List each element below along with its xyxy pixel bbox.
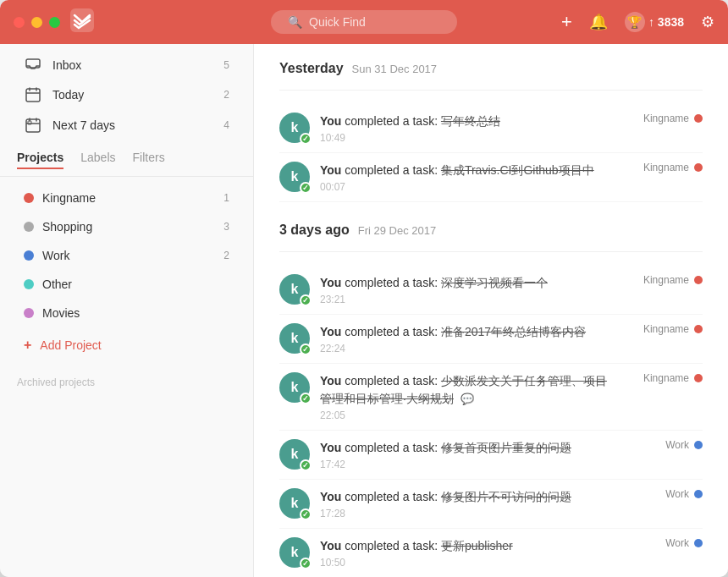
avatar: k ✓ — [279, 537, 310, 568]
activity-task: 修复首页图片重复的问题 — [441, 441, 571, 454]
activity-item: k ✓ You completed a task: 集成Travis.CI到Gi… — [279, 153, 703, 202]
comment-icon: 💬 — [461, 393, 474, 405]
sidebar-item-work[interactable]: Work 2 — [7, 242, 246, 269]
activity-text: You completed a task: 少数派发文关于任务管理、项目管理和目… — [320, 372, 618, 408]
activity-meta: Kingname — [618, 162, 703, 173]
maximize-button[interactable] — [49, 17, 60, 28]
activity-time: 10:49 — [320, 132, 618, 144]
sidebar-item-kingname[interactable]: Kingname 1 — [7, 184, 246, 212]
settings-button[interactable]: ⚙ — [701, 13, 714, 31]
archived-label: Archived projects — [0, 363, 253, 395]
sidebar-item-next7[interactable]: Next 7 days 4 — [7, 111, 246, 140]
sidebar: Inbox 5 Today 2 Next 7 days 4 Projects — [0, 44, 254, 577]
project-tag: Work — [665, 439, 689, 451]
avatar: k ✓ — [279, 439, 310, 470]
today-icon — [24, 87, 42, 102]
activity-body: You completed a task: 写年终总结 10:49 — [320, 113, 618, 144]
add-project-button[interactable]: + Add Project — [7, 331, 246, 360]
movies-dot — [24, 308, 34, 318]
activity-task: 更新publisher — [441, 539, 513, 552]
kingname-count: 1 — [223, 192, 229, 204]
project-color-dot — [694, 539, 703, 547]
today-label: Today — [52, 88, 220, 102]
activity-time: 17:28 — [320, 508, 618, 519]
activity-action: completed a task: — [345, 374, 441, 387]
sidebar-item-today[interactable]: Today 2 — [7, 80, 246, 109]
tab-labels[interactable]: Labels — [80, 151, 115, 169]
activity-body: You completed a task: 更新publisher 10:50 — [320, 537, 618, 569]
avatar-check: ✓ — [300, 133, 312, 145]
activity-action: completed a task: — [345, 163, 441, 177]
activity-body: You completed a task: 修复图片不可访问的问题 17:28 — [320, 488, 618, 519]
activity-task: 准备2017年终总结博客内容 — [441, 325, 586, 338]
traffic-lights — [14, 17, 60, 28]
next7-icon — [24, 118, 42, 133]
avatar: k ✓ — [279, 323, 310, 354]
project-tabs: Projects Labels Filters — [0, 140, 253, 177]
activity-text: You completed a task: 更新publisher — [320, 537, 618, 555]
avatar: k ✓ — [279, 162, 310, 192]
activity-user: You — [320, 441, 341, 454]
activity-time: 17:42 — [320, 459, 618, 470]
activity-item: k ✓ You completed a task: 少数派发文关于任务管理、项目… — [279, 364, 703, 431]
activity-item: k ✓ You completed a task: 修复首页图片重复的问题 17… — [279, 431, 703, 480]
activity-item: k ✓ You completed a task: 准备2017年终总结博客内容… — [279, 315, 703, 364]
activity-user: You — [320, 276, 341, 289]
activity-time: 00:07 — [320, 181, 618, 193]
sidebar-item-movies[interactable]: Movies — [7, 299, 246, 327]
project-color-dot — [694, 114, 703, 123]
avatar: k ✓ — [279, 372, 310, 403]
add-button[interactable]: + — [561, 11, 572, 33]
activity-meta: Kingname — [618, 372, 703, 384]
project-tag: Kingname — [643, 162, 689, 173]
svg-rect-2 — [26, 89, 40, 102]
kingname-dot — [24, 193, 34, 203]
project-color-dot — [694, 441, 703, 449]
activity-time: 23:21 — [320, 294, 618, 305]
search-bar[interactable]: 🔍 Quick Find — [271, 10, 457, 34]
sidebar-item-shopping[interactable]: Shopping 3 — [7, 213, 246, 240]
activity-meta: Work — [618, 537, 703, 549]
avatar: k ✓ — [279, 488, 310, 519]
day-date: Sun 31 Dec 2017 — [352, 63, 437, 75]
activity-body: You completed a task: 深度学习视频看一个 23:21 — [320, 274, 618, 305]
activity-body: You completed a task: 修复首页图片重复的问题 17:42 — [320, 439, 618, 470]
project-color-dot — [694, 374, 703, 382]
activity-item: k ✓ You completed a task: 深度学习视频看一个 23:2… — [279, 266, 703, 315]
project-color-dot — [694, 276, 703, 284]
activity-action: completed a task: — [345, 539, 441, 552]
activity-action: completed a task: — [345, 490, 441, 503]
inbox-icon — [24, 58, 42, 72]
activity-user: You — [320, 374, 341, 387]
avatar-check: ✓ — [300, 343, 312, 355]
activity-action: completed a task: — [345, 114, 438, 128]
day-section-yesterday: Yesterday Sun 31 Dec 2017 k ✓ You comple… — [279, 61, 703, 202]
activity-time: 22:24 — [320, 343, 618, 354]
activity-text: You completed a task: 修复首页图片重复的问题 — [320, 439, 618, 457]
minimize-button[interactable] — [31, 17, 42, 28]
next7-label: Next 7 days — [52, 118, 220, 132]
activity-text: You completed a task: 修复图片不可访问的问题 — [320, 488, 618, 506]
activity-task: 深度学习视频看一个 — [441, 276, 548, 289]
sidebar-item-other[interactable]: Other — [7, 271, 246, 298]
avatar-check: ✓ — [300, 294, 312, 306]
add-project-label: Add Project — [40, 338, 101, 352]
day-title: 3 days ago — [279, 223, 350, 238]
tab-filters[interactable]: Filters — [133, 151, 165, 169]
app-icon — [70, 8, 94, 36]
activity-action: completed a task: — [345, 325, 441, 338]
sidebar-item-inbox[interactable]: Inbox 5 — [7, 52, 246, 79]
activity-action: completed a task: — [345, 441, 441, 454]
titlebar: 🔍 Quick Find + 🔔 🏆 ↑ 3838 ⚙ — [0, 0, 728, 44]
main-layout: Inbox 5 Today 2 Next 7 days 4 Projects — [0, 44, 728, 577]
notification-button[interactable]: 🔔 — [589, 13, 608, 31]
activity-text: You completed a task: 准备2017年终总结博客内容 — [320, 323, 618, 341]
tab-projects[interactable]: Projects — [17, 151, 63, 169]
day-section-3daysago: 3 days ago Fri 29 Dec 2017 k ✓ You compl… — [279, 223, 703, 577]
shopping-count: 3 — [223, 221, 229, 233]
activity-text: You completed a task: 深度学习视频看一个 — [320, 274, 618, 292]
add-project-icon: + — [24, 338, 31, 353]
close-button[interactable] — [14, 17, 25, 28]
activity-task: 写年终总结 — [441, 114, 500, 128]
project-tag: Kingname — [643, 323, 689, 335]
